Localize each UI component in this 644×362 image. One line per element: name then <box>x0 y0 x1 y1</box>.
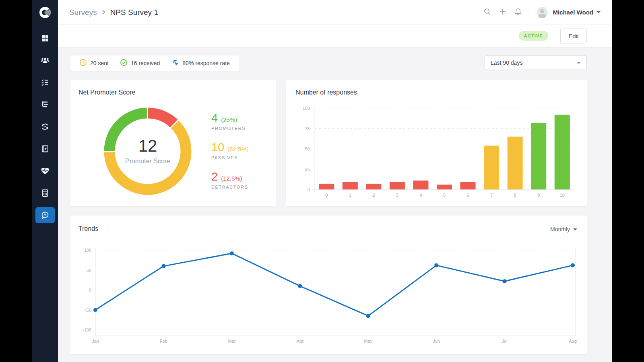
avatar[interactable] <box>537 7 548 18</box>
dashboard-grid-icon <box>41 34 50 43</box>
svg-text:9: 9 <box>537 193 540 197</box>
chevron-right-icon <box>102 8 105 17</box>
dashboard-content: 20 sent 16 received <box>58 47 612 354</box>
svg-text:May: May <box>364 339 372 343</box>
hierarchy-icon <box>41 100 50 109</box>
svg-text:Jul: Jul <box>502 339 508 343</box>
sidebar-item-nps-surveys[interactable]: ? <box>35 207 55 223</box>
responses-card: Number of responses 02550751000123456789… <box>286 80 587 206</box>
contacts-people-icon <box>40 56 50 65</box>
header-actions: Michael Wood <box>480 5 601 20</box>
trends-line-chart[interactable]: -100-50050100JanFebMarAprMayJunJulAug <box>79 239 578 346</box>
promoters-label: PROMOTERS <box>211 126 249 131</box>
svg-text:8: 8 <box>514 193 516 197</box>
status-badge: ACTIVE <box>519 31 549 41</box>
svg-text:-100: -100 <box>83 327 91 332</box>
svg-text:Apr: Apr <box>297 339 303 343</box>
stat-sent: 20 sent <box>79 59 109 68</box>
svg-text:?: ? <box>44 213 46 217</box>
detractors-label: DETRACTORS <box>211 185 249 189</box>
notifications-button[interactable] <box>510 5 526 20</box>
chevron-down-icon <box>577 62 581 64</box>
sidebar-item-sync[interactable] <box>35 119 55 135</box>
click-rate-icon <box>171 59 179 68</box>
svg-text:Feb: Feb <box>160 339 167 343</box>
add-button[interactable] <box>495 5 510 20</box>
checklist-icon <box>41 78 50 87</box>
check-circle-icon <box>120 59 128 68</box>
nps-score-card: Net Promoter Score 12 Promoter Score 4 ( <box>70 80 276 206</box>
clock-icon <box>79 59 87 68</box>
edit-button[interactable]: Edit <box>560 29 587 43</box>
passives-pct: (62.5%) <box>227 146 249 152</box>
nps-donut-chart[interactable]: 12 Promoter Score <box>101 105 194 197</box>
calculator-icon <box>41 189 50 197</box>
svg-text:0: 0 <box>308 187 310 192</box>
sidebar: ? <box>32 0 58 362</box>
date-range-select[interactable]: Last 90 days <box>485 56 587 70</box>
trend-period-value: Monthly <box>550 226 570 232</box>
svg-text:25: 25 <box>305 167 310 172</box>
svg-text:3: 3 <box>396 193 398 197</box>
promoters-value: 4 <box>211 111 218 125</box>
svg-text:Jan: Jan <box>92 339 99 343</box>
responses-bar-chart[interactable]: 0255075100012345678910 <box>295 103 577 202</box>
legend-promoters: 4 (25%) PROMOTERS <box>211 111 249 131</box>
svg-text:4: 4 <box>419 193 422 197</box>
top-header: Surveys NPS Survey 1 <box>58 0 612 25</box>
promoters-pct: (25%) <box>221 116 237 123</box>
screen: ? Surveys NPS Survey 1 <box>0 0 644 362</box>
trends-card-title: Trends <box>78 225 98 232</box>
svg-text:100: 100 <box>84 248 91 253</box>
detractors-value: 2 <box>211 170 218 183</box>
header-divider <box>530 6 530 19</box>
svg-text:5: 5 <box>443 193 446 197</box>
svg-text:-50: -50 <box>85 308 91 313</box>
svg-text:2: 2 <box>372 193 375 197</box>
svg-text:100: 100 <box>303 106 310 111</box>
user-name-label: Michael Wood <box>553 9 593 16</box>
stat-sent-label: 20 sent <box>90 60 109 66</box>
chevron-down-icon <box>573 228 577 230</box>
plus-icon <box>499 8 506 17</box>
svg-text:Aug: Aug <box>569 339 577 343</box>
sidebar-item-playbook[interactable] <box>35 141 55 157</box>
nps-card-title: Net Promoter Score <box>78 89 135 96</box>
breadcrumb-surveys-link[interactable]: Surveys <box>69 8 97 17</box>
sidebar-item-checklist[interactable] <box>35 74 55 90</box>
sidebar-item-calculator[interactable] <box>35 185 55 201</box>
sidebar-item-dashboard[interactable] <box>35 30 55 46</box>
sidebar-item-health[interactable] <box>35 163 55 179</box>
passives-value: 10 <box>211 141 224 154</box>
svg-text:50: 50 <box>305 146 310 151</box>
chevron-down-icon <box>597 11 601 13</box>
sidebar-item-hierarchy[interactable] <box>35 97 55 113</box>
bell-icon <box>514 8 522 17</box>
app-logo-icon[interactable] <box>37 4 53 21</box>
stat-received: 16 received <box>120 59 160 68</box>
search-icon <box>483 8 491 17</box>
legend-passives: 10 (62.5%) PASSIVES <box>211 141 249 160</box>
legend-detractors: 2 (12.5%) DETRACTORS <box>211 170 249 189</box>
svg-text:50: 50 <box>87 268 91 273</box>
svg-text:0: 0 <box>89 288 91 292</box>
search-button[interactable] <box>480 5 495 20</box>
nps-chat-icon: ? <box>40 210 50 220</box>
svg-text:Mar: Mar <box>228 339 235 343</box>
svg-text:1: 1 <box>349 193 351 197</box>
svg-text:75: 75 <box>305 126 310 131</box>
responses-card-title: Number of responses <box>295 89 357 96</box>
filter-row: 20 sent 16 received <box>70 56 587 71</box>
user-menu[interactable]: Michael Wood <box>553 9 601 16</box>
svg-text:6: 6 <box>466 193 469 197</box>
sidebar-nav: ? <box>35 30 55 223</box>
health-heart-icon <box>40 167 50 175</box>
trend-period-select[interactable]: Monthly <box>550 226 577 232</box>
passives-label: PASSIVES <box>211 155 249 160</box>
stats-summary-card: 20 sent 16 received <box>70 56 239 71</box>
sidebar-item-contacts[interactable] <box>35 52 55 68</box>
svg-text:Jun: Jun <box>433 339 440 343</box>
page-title: NPS Survey 1 <box>110 8 158 17</box>
stat-received-label: 16 received <box>131 60 160 66</box>
app-area: Surveys NPS Survey 1 <box>58 0 612 362</box>
